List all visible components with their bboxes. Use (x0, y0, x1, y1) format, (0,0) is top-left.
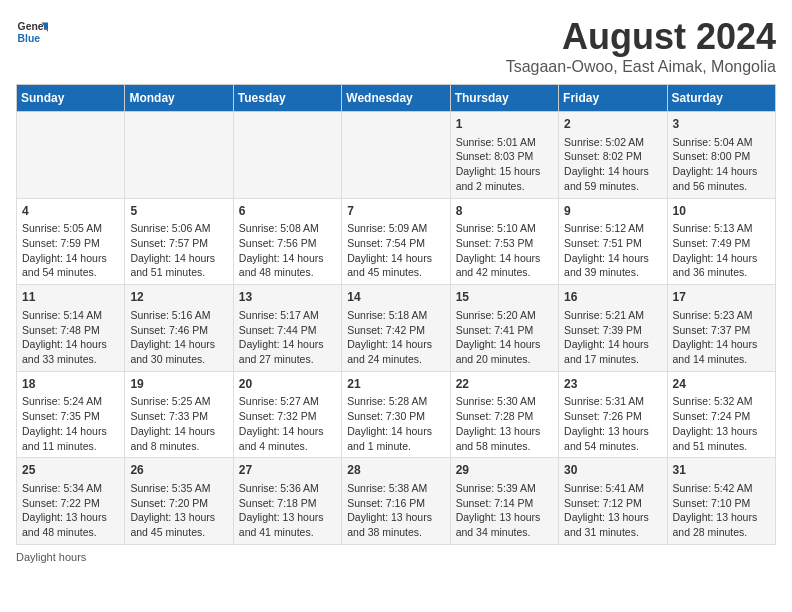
day-info: Sunrise: 5:41 AM (564, 481, 661, 496)
day-info: Sunset: 7:10 PM (673, 496, 770, 511)
day-info: Daylight: 14 hours (673, 164, 770, 179)
calendar-cell: 2Sunrise: 5:02 AMSunset: 8:02 PMDaylight… (559, 112, 667, 199)
day-info: Sunset: 7:30 PM (347, 409, 444, 424)
day-number: 31 (673, 462, 770, 479)
header-day-friday: Friday (559, 85, 667, 112)
day-info: Sunset: 8:03 PM (456, 149, 553, 164)
day-info: Daylight: 13 hours (22, 510, 119, 525)
day-info: Sunset: 7:14 PM (456, 496, 553, 511)
day-info: Sunrise: 5:42 AM (673, 481, 770, 496)
day-info: Sunset: 7:39 PM (564, 323, 661, 338)
day-info: Daylight: 13 hours (239, 510, 336, 525)
calendar-cell: 24Sunrise: 5:32 AMSunset: 7:24 PMDayligh… (667, 371, 775, 458)
day-info: Sunrise: 5:31 AM (564, 394, 661, 409)
week-row-2: 4Sunrise: 5:05 AMSunset: 7:59 PMDaylight… (17, 198, 776, 285)
day-info: Sunset: 7:51 PM (564, 236, 661, 251)
day-info: Sunset: 7:57 PM (130, 236, 227, 251)
calendar-cell: 23Sunrise: 5:31 AMSunset: 7:26 PMDayligh… (559, 371, 667, 458)
week-row-5: 25Sunrise: 5:34 AMSunset: 7:22 PMDayligh… (17, 458, 776, 545)
day-info: Daylight: 13 hours (456, 424, 553, 439)
logo-icon: General Blue (16, 16, 48, 48)
day-number: 12 (130, 289, 227, 306)
calendar-cell: 14Sunrise: 5:18 AMSunset: 7:42 PMDayligh… (342, 285, 450, 372)
day-number: 15 (456, 289, 553, 306)
day-info: Daylight: 14 hours (564, 251, 661, 266)
header-day-sunday: Sunday (17, 85, 125, 112)
day-info: Sunrise: 5:10 AM (456, 221, 553, 236)
day-info: and 20 minutes. (456, 352, 553, 367)
day-info: and 51 minutes. (673, 439, 770, 454)
day-info: and 45 minutes. (347, 265, 444, 280)
day-number: 26 (130, 462, 227, 479)
day-info: Sunset: 7:49 PM (673, 236, 770, 251)
calendar-cell: 3Sunrise: 5:04 AMSunset: 8:00 PMDaylight… (667, 112, 775, 199)
day-info: Sunset: 7:18 PM (239, 496, 336, 511)
day-info: Daylight: 13 hours (673, 510, 770, 525)
day-info: and 39 minutes. (564, 265, 661, 280)
calendar-cell: 21Sunrise: 5:28 AMSunset: 7:30 PMDayligh… (342, 371, 450, 458)
day-info: Sunrise: 5:21 AM (564, 308, 661, 323)
day-info: and 24 minutes. (347, 352, 444, 367)
day-number: 21 (347, 376, 444, 393)
day-info: Sunrise: 5:18 AM (347, 308, 444, 323)
title-block: August 2024 Tsagaan-Owoo, East Aimak, Mo… (506, 16, 776, 76)
day-info: Sunrise: 5:28 AM (347, 394, 444, 409)
calendar-cell: 15Sunrise: 5:20 AMSunset: 7:41 PMDayligh… (450, 285, 558, 372)
day-number: 4 (22, 203, 119, 220)
calendar-cell: 28Sunrise: 5:38 AMSunset: 7:16 PMDayligh… (342, 458, 450, 545)
day-info: Sunset: 7:20 PM (130, 496, 227, 511)
day-info: Sunrise: 5:27 AM (239, 394, 336, 409)
header-day-tuesday: Tuesday (233, 85, 341, 112)
day-info: Daylight: 14 hours (347, 337, 444, 352)
day-info: and 4 minutes. (239, 439, 336, 454)
day-info: Daylight: 13 hours (673, 424, 770, 439)
calendar-cell: 26Sunrise: 5:35 AMSunset: 7:20 PMDayligh… (125, 458, 233, 545)
day-info: Daylight: 14 hours (347, 251, 444, 266)
day-info: Daylight: 14 hours (673, 337, 770, 352)
day-info: Sunrise: 5:24 AM (22, 394, 119, 409)
page-header: General Blue August 2024 Tsagaan-Owoo, E… (16, 16, 776, 76)
day-info: Daylight: 14 hours (239, 337, 336, 352)
day-number: 13 (239, 289, 336, 306)
day-info: Sunset: 8:02 PM (564, 149, 661, 164)
day-info: Sunset: 8:00 PM (673, 149, 770, 164)
day-info: and 34 minutes. (456, 525, 553, 540)
day-info: Daylight: 14 hours (347, 424, 444, 439)
day-info: Sunset: 7:35 PM (22, 409, 119, 424)
day-info: and 51 minutes. (130, 265, 227, 280)
week-row-4: 18Sunrise: 5:24 AMSunset: 7:35 PMDayligh… (17, 371, 776, 458)
calendar-body: 1Sunrise: 5:01 AMSunset: 8:03 PMDaylight… (17, 112, 776, 545)
day-info: Daylight: 13 hours (130, 510, 227, 525)
day-info: and 56 minutes. (673, 179, 770, 194)
day-info: Sunrise: 5:23 AM (673, 308, 770, 323)
calendar-cell: 30Sunrise: 5:41 AMSunset: 7:12 PMDayligh… (559, 458, 667, 545)
day-info: and 11 minutes. (22, 439, 119, 454)
day-info: and 38 minutes. (347, 525, 444, 540)
svg-text:Blue: Blue (18, 33, 41, 44)
logo: General Blue (16, 16, 48, 48)
day-info: Daylight: 14 hours (22, 337, 119, 352)
day-info: and 36 minutes. (673, 265, 770, 280)
day-number: 18 (22, 376, 119, 393)
day-info: and 30 minutes. (130, 352, 227, 367)
day-info: and 45 minutes. (130, 525, 227, 540)
header-row: SundayMondayTuesdayWednesdayThursdayFrid… (17, 85, 776, 112)
day-info: Sunset: 7:42 PM (347, 323, 444, 338)
calendar-cell: 19Sunrise: 5:25 AMSunset: 7:33 PMDayligh… (125, 371, 233, 458)
day-info: and 27 minutes. (239, 352, 336, 367)
page-subtitle: Tsagaan-Owoo, East Aimak, Mongolia (506, 58, 776, 76)
day-info: Sunset: 7:59 PM (22, 236, 119, 251)
day-number: 29 (456, 462, 553, 479)
calendar-cell (125, 112, 233, 199)
day-info: and 2 minutes. (456, 179, 553, 194)
day-number: 3 (673, 116, 770, 133)
calendar-cell (233, 112, 341, 199)
day-info: and 31 minutes. (564, 525, 661, 540)
day-info: Sunrise: 5:05 AM (22, 221, 119, 236)
day-number: 5 (130, 203, 227, 220)
calendar-cell: 12Sunrise: 5:16 AMSunset: 7:46 PMDayligh… (125, 285, 233, 372)
day-number: 6 (239, 203, 336, 220)
day-info: Sunrise: 5:36 AM (239, 481, 336, 496)
day-number: 24 (673, 376, 770, 393)
calendar-cell: 17Sunrise: 5:23 AMSunset: 7:37 PMDayligh… (667, 285, 775, 372)
